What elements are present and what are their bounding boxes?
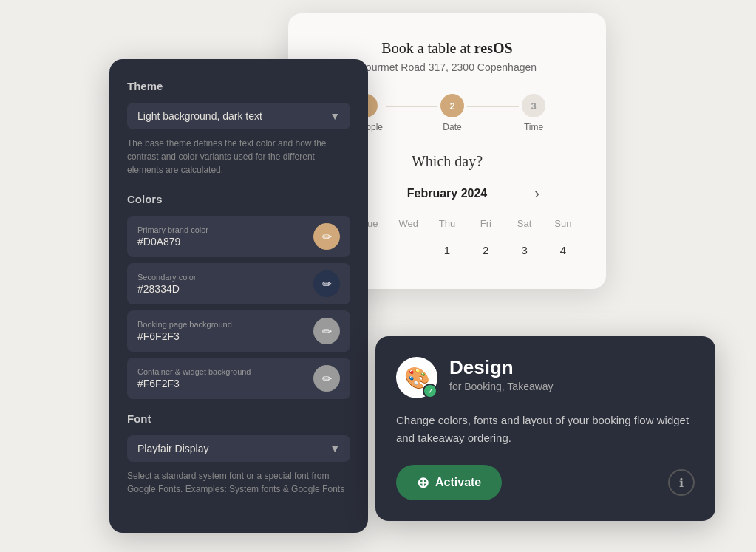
design-icon-wrap: 🎨 ✓: [396, 357, 437, 398]
cal-cell-1[interactable]: 1: [428, 238, 466, 262]
step-3-circle: 3: [522, 94, 545, 117]
font-section: Font Playfair Display ▼ Select a standar…: [127, 412, 350, 496]
design-check-badge: ✓: [423, 384, 437, 398]
font-description: Select a standard system font or a speci…: [127, 469, 350, 496]
theme-card: Theme Light background, dark text ▼ The …: [109, 59, 368, 533]
cal-cell-2[interactable]: 2: [466, 238, 505, 262]
color-widget-sublabel: Container & widget background: [137, 367, 251, 376]
step-3: 3 Time: [522, 94, 545, 132]
cal-cell-empty-3: [389, 238, 428, 262]
color-widget-value: #F6F2F3: [137, 378, 251, 389]
color-row-primary-left: Primary brand color #D0A879: [137, 225, 208, 248]
pencil-icon-3: ✏: [322, 324, 332, 338]
cal-header-wed: Wed: [389, 215, 428, 232]
color-bg-value: #F6F2F3: [137, 330, 232, 342]
cal-header-sat: Sat: [505, 215, 543, 232]
color-primary-sublabel: Primary brand color: [137, 225, 208, 234]
pencil-icon-4: ✏: [322, 372, 332, 386]
theme-description: The base theme defines the text color an…: [127, 137, 350, 177]
step-2-label: Date: [443, 122, 461, 132]
design-description: Change colors, fonts and layout of your …: [396, 412, 695, 447]
color-row-primary: Primary brand color #D0A879 ✏: [127, 216, 350, 257]
step-2-circle: 2: [440, 94, 464, 117]
font-section-label: Font: [127, 412, 350, 425]
booking-title-plain: Book a table at: [381, 40, 474, 56]
design-title: Design: [449, 357, 554, 379]
color-row-widget: Container & widget background #F6F2F3 ✏: [127, 358, 350, 399]
cal-cell-4[interactable]: 4: [544, 238, 582, 262]
cal-cell-3[interactable]: 3: [505, 238, 543, 262]
color-primary-value: #D0A879: [137, 236, 208, 248]
colors-section-label: Colors: [127, 193, 350, 205]
theme-dropdown-arrow-icon: ▼: [330, 110, 340, 122]
color-row-widget-left: Container & widget background #F6F2F3: [137, 367, 251, 389]
step-line-2: [467, 106, 519, 107]
cal-header-thu: Thu: [428, 215, 466, 232]
color-bg-swatch-button[interactable]: ✏: [313, 318, 340, 344]
font-dropdown-arrow-icon: ▼: [330, 443, 340, 454]
pencil-icon-2: ✏: [322, 277, 332, 291]
booking-title: Book a table at resOS: [312, 40, 582, 57]
activate-plus-icon: ⊕: [417, 474, 429, 491]
step-2: 2 Date: [440, 94, 464, 132]
color-secondary-value: #28334D: [137, 283, 197, 295]
activate-label: Activate: [435, 476, 481, 489]
color-row-bg: Booking page background #F6F2F3 ✏: [127, 310, 350, 352]
font-dropdown-value: Playfair Display: [137, 443, 208, 454]
info-button[interactable]: ℹ: [668, 469, 695, 496]
design-title-block: Design for Booking, Takeaway: [449, 357, 554, 392]
cal-header-fri: Fri: [466, 215, 505, 232]
booking-title-bold: resOS: [474, 40, 513, 56]
calendar-month-label: February 2024: [407, 187, 488, 200]
color-row-bg-left: Booking page background #F6F2F3: [137, 320, 232, 342]
design-subtitle: for Booking, Takeaway: [449, 381, 554, 392]
step-line-1: [386, 106, 437, 107]
color-widget-swatch-button[interactable]: ✏: [313, 365, 340, 392]
activate-button[interactable]: ⊕ Activate: [396, 465, 502, 500]
design-card: 🎨 ✓ Design for Booking, Takeaway Change …: [375, 336, 715, 521]
theme-section-label: Theme: [127, 80, 350, 92]
color-secondary-sublabel: Secondary color: [137, 273, 197, 282]
color-row-secondary: Secondary color #28334D ✏: [127, 263, 350, 304]
color-bg-sublabel: Booking page background: [137, 320, 232, 329]
theme-dropdown-value: Light background, dark text: [137, 110, 262, 122]
color-secondary-swatch-button[interactable]: ✏: [313, 270, 340, 297]
design-card-footer: ⊕ Activate ℹ: [396, 465, 695, 500]
cal-header-sun: Sun: [544, 215, 582, 232]
design-card-header: 🎨 ✓ Design for Booking, Takeaway: [396, 357, 695, 398]
step-3-label: Time: [524, 122, 543, 132]
info-icon: ℹ: [679, 476, 684, 490]
color-primary-swatch-button[interactable]: ✏: [313, 223, 340, 250]
next-month-button[interactable]: ›: [531, 185, 542, 202]
font-dropdown[interactable]: Playfair Display ▼: [127, 435, 350, 462]
theme-dropdown[interactable]: Light background, dark text ▼: [127, 103, 350, 129]
pencil-icon: ✏: [322, 230, 332, 244]
color-row-secondary-left: Secondary color #28334D: [137, 273, 197, 295]
